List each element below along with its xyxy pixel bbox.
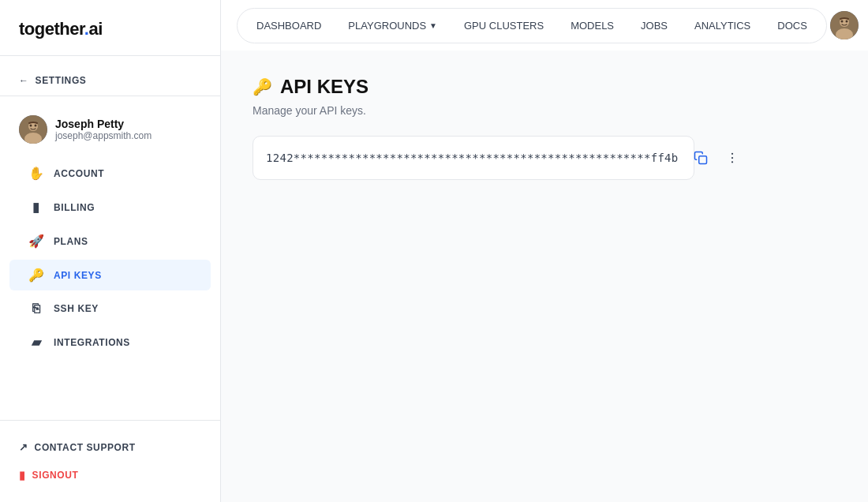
brand-logo[interactable]: together.ai (0, 0, 220, 55)
settings-back-label: SETTINGS (36, 75, 87, 86)
sidebar: together.ai ← SETTINGS Joseph Petty jose… (0, 0, 221, 502)
top-nav: DASHBOARD PLAYGROUNDS ▼ GPU CLUSTERS MOD… (221, 0, 868, 51)
page-subtitle: Manage your API keys. (253, 104, 836, 117)
page-title: API KEYS (280, 76, 369, 98)
user-profile: Joseph Petty joseph@appsmith.com (0, 109, 220, 156)
brand-name-prefix: together (19, 19, 84, 39)
sidebar-item-label-account: ACCOUNT (54, 168, 104, 179)
nav-tab-jobs[interactable]: JOBS (628, 13, 680, 38)
nav-tab-gpu-clusters[interactable]: GPU CLUSTERS (451, 13, 556, 38)
sidebar-bottom: ↗ CONTACT SUPPORT ▮ SIGNOUT (0, 420, 220, 502)
sidebar-item-ssh-key[interactable]: ⎘ SSH KEY (9, 294, 211, 324)
user-name: Joseph Petty (55, 118, 152, 130)
sidebar-item-label-plans: PLANS (54, 236, 88, 247)
nav-tab-playgrounds[interactable]: PLAYGROUNDS ▼ (335, 13, 450, 38)
account-icon: ✋ (28, 166, 44, 181)
sidebar-item-api-keys[interactable]: 🔑 API KEYS (9, 260, 211, 290)
user-email: joseph@appsmith.com (55, 130, 152, 141)
sidebar-item-label-api-keys: API KEYS (54, 270, 102, 281)
contact-support-label: CONTACT SUPPORT (35, 442, 136, 453)
contact-support-button[interactable]: ↗ CONTACT SUPPORT (0, 433, 220, 461)
user-info: Joseph Petty joseph@appsmith.com (55, 118, 152, 141)
chevron-down-icon: ▼ (429, 21, 437, 30)
user-avatar-top[interactable] (830, 11, 859, 39)
signout-icon: ▮ (19, 469, 26, 481)
sidebar-divider-2 (0, 96, 220, 96)
sidebar-item-plans[interactable]: 🚀 PLANS (9, 226, 211, 257)
nav-tab-docs[interactable]: DOCS (765, 13, 820, 38)
brand-name-suffix: ai (88, 19, 102, 39)
signout-button[interactable]: ▮ SIGNOUT (0, 461, 220, 489)
page-header: 🔑 API KEYS (253, 76, 836, 98)
api-key-card: 1242************************************… (253, 136, 694, 180)
sidebar-item-integrations[interactable]: ▰ INTEGRATIONS (9, 327, 211, 358)
settings-back-button[interactable]: ← SETTINGS (0, 66, 220, 96)
svg-point-9 (845, 21, 847, 23)
nav-tab-analytics[interactable]: ANALYTICS (682, 13, 763, 38)
page-content: 🔑 API KEYS Manage your API keys. 1242***… (221, 51, 868, 502)
key-icon: 🔑 (28, 268, 44, 283)
sidebar-item-label-billing: BILLING (54, 202, 95, 213)
page-key-icon: 🔑 (253, 77, 272, 96)
nav-tab-dashboard[interactable]: DASHBOARD (244, 13, 334, 38)
ssh-icon: ⎘ (28, 302, 44, 316)
billing-icon: ▮ (28, 200, 44, 215)
copy-api-key-button[interactable] (688, 145, 713, 170)
svg-point-4 (35, 125, 37, 127)
nav-tab-models[interactable]: MODELS (558, 13, 627, 38)
signout-label: SIGNOUT (32, 470, 79, 481)
svg-point-8 (840, 21, 843, 23)
svg-point-11 (731, 153, 732, 155)
external-link-icon: ↗ (19, 441, 28, 453)
plans-icon: 🚀 (28, 234, 44, 249)
api-key-actions (688, 145, 745, 170)
back-arrow-icon: ← (19, 75, 29, 86)
svg-point-13 (731, 161, 732, 163)
sidebar-item-account[interactable]: ✋ ACCOUNT (9, 158, 211, 189)
integrations-icon: ▰ (28, 335, 44, 350)
main-content: DASHBOARD PLAYGROUNDS ▼ GPU CLUSTERS MOD… (221, 0, 868, 502)
sidebar-item-label-ssh-key: SSH KEY (54, 303, 99, 314)
svg-point-12 (731, 157, 732, 159)
avatar (19, 115, 47, 144)
svg-rect-10 (698, 156, 706, 164)
top-nav-container: DASHBOARD PLAYGROUNDS ▼ GPU CLUSTERS MOD… (237, 8, 827, 43)
sidebar-item-billing[interactable]: ▮ BILLING (9, 192, 211, 223)
sidebar-divider-top (0, 55, 220, 56)
sidebar-item-label-integrations: INTEGRATIONS (54, 337, 130, 348)
api-key-more-options-button[interactable] (720, 145, 745, 170)
api-key-value: 1242************************************… (266, 152, 679, 164)
svg-point-3 (30, 125, 32, 127)
